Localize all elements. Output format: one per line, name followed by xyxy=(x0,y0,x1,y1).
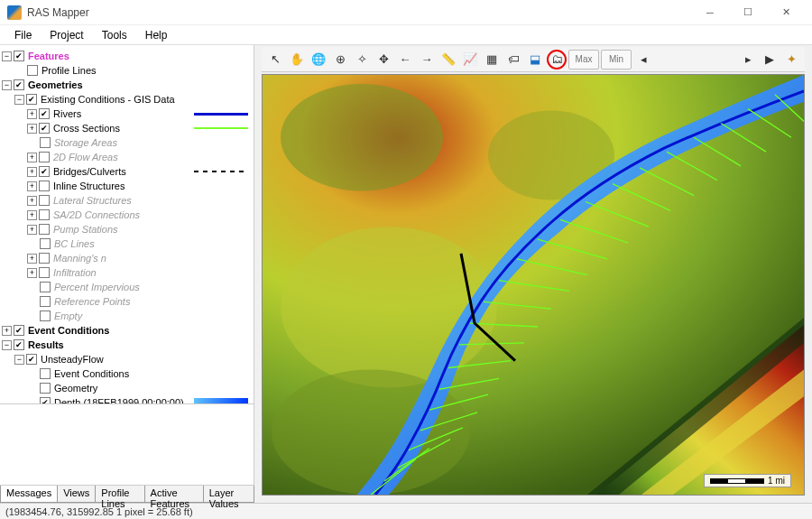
step-back-icon[interactable]: ◂ xyxy=(633,50,653,70)
menu-file[interactable]: File xyxy=(5,27,41,43)
collapse-icon[interactable]: − xyxy=(2,80,12,90)
back-icon[interactable]: ← xyxy=(395,50,415,70)
tree-storage[interactable]: Storage Areas xyxy=(54,135,117,150)
checkbox[interactable] xyxy=(40,310,51,321)
checkbox[interactable] xyxy=(26,94,37,105)
tree-infilt[interactable]: Infiltration xyxy=(53,265,97,280)
zoom-prev-icon[interactable]: ✧ xyxy=(352,50,372,70)
checkbox[interactable] xyxy=(14,79,24,90)
tree-existing-conditions[interactable]: Existing Conditions - GIS Data xyxy=(41,92,175,107)
measure-icon[interactable]: 📏 xyxy=(438,50,458,70)
tab-active-features[interactable]: Active Features xyxy=(144,486,204,503)
tab-profile-lines[interactable]: Profile Lines xyxy=(95,486,144,503)
tree-cross-sections[interactable]: Cross Sections xyxy=(53,121,120,135)
forward-icon[interactable]: → xyxy=(417,50,437,70)
checkbox[interactable] xyxy=(39,209,50,220)
checkbox[interactable] xyxy=(40,383,51,394)
plot-icon[interactable]: 📈 xyxy=(460,50,480,70)
tree-rivers[interactable]: Rivers xyxy=(53,107,81,121)
expand-icon[interactable]: + xyxy=(2,326,12,336)
layer-tree[interactable]: −Features Profile Lines −Geometries −Exi… xyxy=(0,45,254,403)
play-icon[interactable]: ▶ xyxy=(760,50,780,70)
tag-icon[interactable]: 🏷 xyxy=(503,50,523,70)
tree-bc[interactable]: BC Lines xyxy=(54,236,95,251)
checkbox[interactable] xyxy=(40,238,51,249)
menu-help[interactable]: Help xyxy=(136,27,177,43)
collapse-icon[interactable]: − xyxy=(2,340,12,350)
collapse-icon[interactable]: − xyxy=(14,95,24,105)
expand-icon[interactable]: + xyxy=(27,254,37,264)
checkbox[interactable] xyxy=(40,296,51,307)
expand-icon[interactable]: + xyxy=(27,210,37,220)
grid-icon[interactable]: ▦ xyxy=(482,50,502,70)
zoom-in-icon[interactable]: ⊕ xyxy=(330,50,350,70)
checkbox[interactable] xyxy=(26,354,37,365)
tab-views[interactable]: Views xyxy=(57,486,96,503)
checkbox[interactable] xyxy=(14,51,24,61)
tree-lateral[interactable]: Lateral Structures xyxy=(53,193,132,208)
menu-project[interactable]: Project xyxy=(41,27,92,43)
menu-tools[interactable]: Tools xyxy=(93,27,136,43)
max-button[interactable]: Max xyxy=(568,50,599,70)
tree-results[interactable]: Results xyxy=(28,338,64,352)
min-button[interactable]: Min xyxy=(601,50,632,70)
checkbox[interactable] xyxy=(14,325,24,336)
minimize-button[interactable]: ─ xyxy=(691,0,729,25)
step-fwd-icon[interactable]: ▸ xyxy=(738,50,758,70)
tree-2d[interactable]: 2D Flow Areas xyxy=(53,150,118,164)
checkbox[interactable] xyxy=(39,152,50,162)
expand-icon[interactable]: + xyxy=(27,124,37,134)
checkbox[interactable] xyxy=(39,195,50,206)
checkbox[interactable] xyxy=(39,166,50,177)
checkbox[interactable] xyxy=(14,339,24,350)
expand-icon[interactable]: + xyxy=(27,153,37,162)
tree-unsteadyflow[interactable]: UnsteadyFlow xyxy=(41,352,104,366)
tree-depth[interactable]: Depth (18FEB1999 00:00:00) xyxy=(54,395,184,403)
tab-messages[interactable]: Messages xyxy=(0,486,58,503)
tree-sa2d[interactable]: SA/2D Connections xyxy=(53,208,140,222)
tree-profile-lines[interactable]: Profile Lines xyxy=(42,63,97,78)
expand-icon[interactable]: + xyxy=(27,181,37,191)
checkbox[interactable] xyxy=(40,397,51,403)
expand-icon[interactable]: + xyxy=(27,225,37,235)
tree-event-conditions[interactable]: Event Conditions xyxy=(28,323,109,338)
tab-layer-values[interactable]: Layer Values xyxy=(203,486,254,503)
collapse-icon[interactable]: − xyxy=(14,355,24,365)
tree-event-cond-r[interactable]: Event Conditions xyxy=(54,366,129,381)
checkbox[interactable] xyxy=(39,123,50,134)
tree-pump[interactable]: Pump Stations xyxy=(53,222,118,236)
collapse-icon[interactable]: − xyxy=(2,51,12,61)
zoom-extent-icon[interactable]: ✥ xyxy=(374,50,393,70)
tree-features[interactable]: Features xyxy=(28,49,69,63)
layer-icon[interactable]: ⬓ xyxy=(525,50,545,70)
checkbox[interactable] xyxy=(39,267,50,278)
features-button[interactable]: 🗂 xyxy=(547,50,567,70)
checkbox[interactable] xyxy=(39,224,50,235)
map-view[interactable]: 1 mi xyxy=(262,74,805,496)
globe-icon[interactable]: 🌐 xyxy=(309,50,328,70)
tree-mannings[interactable]: Manning's n xyxy=(53,251,106,265)
checkbox[interactable] xyxy=(40,368,51,379)
tree-bridges[interactable]: Bridges/Culverts xyxy=(53,164,126,179)
close-button[interactable]: ✕ xyxy=(767,0,805,25)
tree-geometry-r[interactable]: Geometry xyxy=(54,381,97,395)
pointer-icon[interactable]: ↖ xyxy=(265,50,285,70)
pan-icon[interactable]: ✋ xyxy=(287,50,307,70)
tree-inline[interactable]: Inline Structures xyxy=(53,179,125,193)
expand-icon[interactable]: + xyxy=(27,268,37,278)
expand-icon[interactable]: + xyxy=(27,167,37,177)
checkbox[interactable] xyxy=(39,108,50,119)
expand-icon[interactable]: + xyxy=(27,109,37,119)
tree-refpoints[interactable]: Reference Points xyxy=(54,294,130,309)
expand-icon[interactable]: + xyxy=(27,196,37,206)
checkbox[interactable] xyxy=(40,137,51,148)
tree-pctimp[interactable]: Percent Impervious xyxy=(54,280,140,294)
tree-empty[interactable]: Empty xyxy=(54,309,82,323)
checkbox[interactable] xyxy=(39,253,50,264)
checkbox[interactable] xyxy=(39,181,50,191)
maximize-button[interactable]: ☐ xyxy=(729,0,767,25)
settings-icon[interactable]: ✦ xyxy=(781,50,801,70)
checkbox[interactable] xyxy=(27,65,38,76)
checkbox[interactable] xyxy=(40,282,51,292)
tree-geometries[interactable]: Geometries xyxy=(28,78,83,92)
